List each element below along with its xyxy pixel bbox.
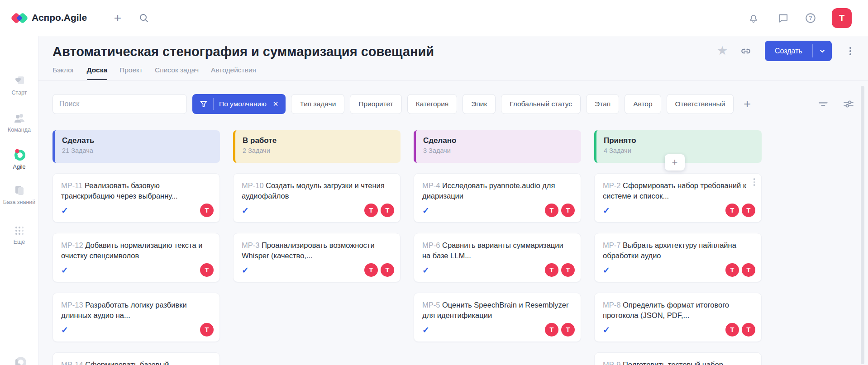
card-footer: ✓TT [603, 263, 755, 277]
sidebar-item-knowledge-base[interactable]: База знаний [0, 185, 38, 206]
card-id: MP-14 [61, 360, 83, 365]
card-id: MP-7 [603, 241, 620, 249]
vertical-scrollbar[interactable] [861, 86, 864, 364]
card-footer: ✓TT [422, 323, 575, 337]
checkmark-icon: ✓ [61, 265, 68, 275]
task-card-mp-10[interactable]: MP-10 Создать модуль загрузки и чтения а… [233, 173, 401, 223]
column-header[interactable]: Сделать21 Задача [52, 130, 220, 163]
task-card-mp-12[interactable]: MP-12 Добавить нормализацию текста и очи… [52, 233, 220, 282]
help-icon[interactable]: ? [805, 12, 816, 24]
column-name: Принято [604, 136, 754, 145]
card-id: MP-12 [61, 241, 83, 249]
global-add-icon[interactable]: + [110, 11, 125, 25]
knowledge-base-icon [0, 185, 38, 196]
card-footer: ✓T [61, 323, 214, 337]
column-task-count: 21 Задача [62, 147, 213, 154]
sidebar-item-label: Старт [0, 90, 38, 97]
task-card-mp-8[interactable]: MP-8 Определить формат итогового протоко… [594, 293, 762, 342]
sidebar-item-label: Ещё [0, 239, 38, 246]
sidebar-item-team[interactable]: Команда [0, 112, 38, 134]
checkmark-icon: ✓ [422, 265, 429, 275]
column-task-count: 4 Задачи [604, 147, 754, 154]
card-title: MP-12 Добавить нормализацию текста и очи… [61, 240, 211, 261]
task-card-mp-3[interactable]: MP-3 Проанализировать возможности Whispe… [233, 233, 401, 282]
card-avatars: TT [364, 263, 394, 277]
assignee-avatar: T [725, 323, 739, 337]
checkmark-icon: ✓ [61, 325, 68, 335]
support-icon [12, 356, 27, 365]
card-footer: ✓TT [242, 204, 394, 217]
card-title: MP-6 Сравнить варианты суммаризации на б… [422, 240, 572, 261]
assignee-avatar: T [561, 204, 575, 217]
checkmark-icon: ✓ [242, 265, 249, 275]
topbar: Аспро.Agile + ? T [0, 0, 868, 36]
checkmark-icon: ✓ [422, 205, 429, 216]
checkmark-icon: ✓ [603, 325, 610, 335]
checkmark-icon: ✓ [422, 325, 429, 335]
sidebar-item-agile[interactable]: Agile [0, 148, 38, 171]
card-title: MP-10 Создать модуль загрузки и чтения а… [242, 180, 392, 202]
sidebar: Старт Команда Agile База знаний [0, 36, 38, 365]
svg-text:?: ? [809, 15, 812, 21]
column-name: Сделано [423, 136, 574, 145]
assignee-avatar: T [561, 323, 575, 337]
task-card-mp-13[interactable]: MP-13 Разработать логику разбивки длинны… [52, 293, 220, 342]
notifications-bell-icon[interactable] [748, 12, 759, 24]
card-id: MP-2 [603, 181, 620, 190]
checkmark-icon: ✓ [603, 265, 610, 275]
card-menu-icon[interactable] [754, 178, 755, 186]
board-column-1: В работе2 ЗадачиMP-10 Создать модуль заг… [233, 130, 401, 282]
checkmark-icon: ✓ [61, 205, 68, 216]
card-title: MP-7 Выбрать архитектуру пайплайна обраб… [603, 240, 753, 261]
app-logo-icon [11, 10, 28, 26]
support-button[interactable] [0, 356, 38, 365]
assignee-avatar: T [742, 204, 755, 217]
card-footer: ✓T [61, 263, 214, 277]
checkmark-icon: ✓ [603, 205, 610, 216]
assignee-avatar: T [742, 323, 755, 337]
more-grid-icon [0, 225, 38, 236]
column-task-count: 2 Задачи [243, 147, 393, 154]
assignee-avatar: T [561, 263, 575, 277]
card-title: MP-3 Проанализировать возможности Whispe… [242, 240, 392, 261]
task-card-mp-4[interactable]: MP-4 Исследовать pyannote.audio для диар… [414, 173, 581, 223]
task-card-mp-6[interactable]: MP-6 Сравнить варианты суммаризации на б… [414, 233, 581, 282]
card-title: MP-2 Сформировать набор требований к сис… [603, 180, 753, 202]
assignee-avatar: T [725, 204, 739, 217]
column-name: Сделать [62, 136, 213, 145]
column-header[interactable]: В работе2 Задачи [233, 130, 401, 163]
chat-icon[interactable] [777, 12, 789, 24]
card-avatars: T [200, 263, 214, 277]
assignee-avatar: T [381, 204, 394, 217]
task-card-mp-11[interactable]: MP-11 Реализовать базовую транскрибацию … [52, 173, 220, 223]
task-card-mp-9[interactable]: MP-9 Подготовить тестовый набор✓ [594, 352, 762, 365]
card-title: MP-11 Реализовать базовую транскрибацию … [61, 180, 211, 202]
card-title: MP-13 Разработать логику разбивки длинны… [61, 300, 211, 321]
column-header[interactable]: Сделано3 Задачи [414, 130, 581, 163]
column-task-count: 3 Задачи [423, 147, 574, 154]
card-footer: ✓TT [422, 204, 575, 217]
global-search-icon[interactable] [138, 13, 149, 24]
sidebar-item-label: Команда [0, 127, 38, 134]
card-title: MP-14 Сформировать базовый [61, 360, 211, 365]
sidebar-item-more[interactable]: Ещё [0, 225, 38, 246]
add-card-button[interactable]: + [665, 154, 685, 171]
assignee-avatar: T [742, 263, 755, 277]
task-card-mp-7[interactable]: MP-7 Выбрать архитектуру пайплайна обраб… [594, 233, 762, 282]
assignee-avatar: T [200, 263, 214, 277]
card-id: MP-10 [242, 181, 264, 190]
sidebar-item-label: Agile [0, 164, 38, 171]
sidebar-item-label: База знаний [0, 199, 38, 206]
card-title: MP-9 Подготовить тестовый набор [603, 360, 753, 365]
user-avatar[interactable]: T [832, 8, 852, 28]
card-title: MP-8 Определить формат итогового протоко… [603, 300, 753, 321]
card-footer: ✓TT [603, 323, 755, 337]
sidebar-item-start[interactable]: Старт [0, 75, 38, 97]
task-card-mp-14[interactable]: MP-14 Сформировать базовый✓ [52, 352, 220, 365]
task-card-mp-5[interactable]: MP-5 Оценить SpeechBrain и Resemblyzer д… [414, 293, 581, 342]
assignee-avatar: T [545, 323, 558, 337]
task-card-mp-2[interactable]: MP-2 Сформировать набор требований к сис… [594, 173, 762, 223]
app-title: Аспро.Agile [32, 12, 87, 23]
checkmark-icon: ✓ [242, 205, 249, 216]
agile-icon [0, 148, 38, 161]
